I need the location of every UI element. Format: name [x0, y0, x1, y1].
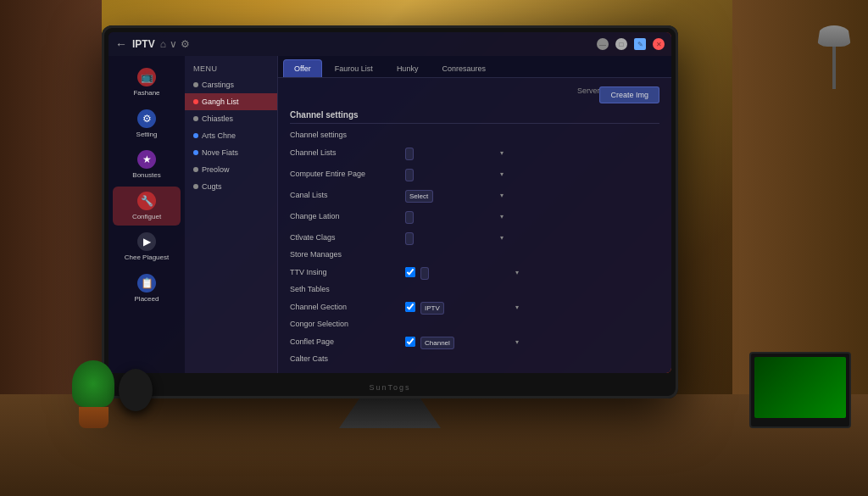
row-seth-tables: Seth Tables: [290, 285, 659, 293]
tab-faurou[interactable]: Faurou List: [324, 59, 384, 77]
inner-panel-header: Menu: [185, 61, 277, 76]
app-title: IPTV: [132, 38, 155, 50]
select-computer-entire[interactable]: [405, 169, 414, 181]
sidebar-label-fashane: Fashane: [133, 89, 159, 98]
sidebar-item-configuet[interactable]: 🔧 Configuet: [113, 187, 181, 226]
select-canal-lists[interactable]: Select: [405, 190, 433, 203]
label-conflet-page: Conflet Page: [290, 337, 400, 346]
content-area: Offer Faurou List Hunky Conresaures Serv…: [278, 56, 671, 373]
row-ttv-insing: TTV Insing: [290, 264, 659, 280]
tabs-bar: Offer Faurou List Hunky Conresaures: [278, 56, 671, 78]
sidebar-item-chee-plaguest[interactable]: ▶ Chee Plaguest: [113, 227, 181, 267]
row-change-lation: Change Lation: [290, 208, 659, 224]
select-wrapper-channel-lists: [405, 144, 507, 160]
inner-item-cugts[interactable]: Cugts: [185, 178, 277, 195]
setting-icon: ⚙: [137, 109, 156, 128]
app-window: ← IPTV ⌂ ∨ ⚙ — □ ✎ ✕ �: [108, 32, 671, 373]
nav-icon: ⌂: [160, 38, 166, 50]
sidebar: 📺 Fashane ⚙ Setting ★ Bonustes 🔧 Configu…: [108, 56, 185, 373]
label-seth-tables: Seth Tables: [290, 285, 400, 293]
label-canal-lists: Canal Lists: [290, 191, 400, 199]
label-channel-lists: Channel Lists: [290, 148, 400, 157]
dot-chiastles: [193, 116, 198, 121]
monitor-brand: SunTogs: [369, 383, 410, 392]
lamp-shade: [817, 25, 851, 47]
minimize-button[interactable]: —: [597, 38, 609, 50]
inner-item-carstings[interactable]: Carstings: [185, 76, 277, 93]
select-channel-gection[interactable]: IPTV: [420, 302, 444, 315]
sidebar-item-placeed[interactable]: 📋 Placeed: [113, 269, 181, 309]
label-change-lation: Change Lation: [290, 212, 400, 220]
fashane-icon: 📺: [137, 68, 156, 86]
checkbox-channel-gection[interactable]: [405, 302, 415, 312]
checkbox-ttv-insing[interactable]: [405, 267, 415, 277]
inner-item-arts-chne[interactable]: Arts Chne: [185, 127, 277, 144]
select-ttv-insing[interactable]: [420, 267, 429, 280]
select-change-lation[interactable]: [405, 211, 414, 224]
sidebar-item-fashane[interactable]: 📺 Fashane: [113, 63, 181, 103]
dot-cugts: [193, 184, 198, 189]
label-chiastles: Chiastles: [202, 114, 233, 123]
save-section: Server Create Img: [290, 86, 659, 103]
dot-gangh: [193, 99, 198, 104]
monitor-screen: ← IPTV ⌂ ∨ ⚙ — □ ✎ ✕ �: [108, 32, 671, 373]
label-gangh: Gangh List: [202, 98, 239, 106]
settings-body: Server Create Img Channel settings Chann…: [278, 78, 671, 373]
select-wrapper-change-lation: [405, 208, 507, 224]
row-channel-settings: Channel settings: [290, 131, 659, 139]
label-ctlvate-clags: Ctlvate Clags: [290, 233, 400, 242]
label-channel-gection: Channel Gection: [290, 303, 400, 311]
secondary-monitor: [749, 352, 851, 428]
tab-hunky[interactable]: Hunky: [386, 59, 430, 77]
maximize-button[interactable]: □: [615, 38, 627, 50]
row-conflet-page: Conflet Page Channel: [290, 333, 659, 349]
monitor-frame: ← IPTV ⌂ ∨ ⚙ — □ ✎ ✕ �: [102, 25, 678, 398]
label-calter-cats: Calter Cats: [290, 354, 400, 363]
inner-item-gangh-list[interactable]: Gangh List: [185, 93, 277, 110]
row-channel-lists: Channel Lists: [290, 144, 659, 160]
title-bar-icons: ⌂ ∨ ⚙: [160, 38, 190, 50]
sidebar-label-placeed: Placeed: [135, 295, 159, 304]
label-channel-settings: Channel settings: [290, 131, 400, 139]
tab-offer[interactable]: Offer: [283, 59, 322, 77]
select-wrapper-computer-entire: [405, 165, 507, 181]
row-store-manages: Store Manages: [290, 250, 659, 259]
sidebar-item-bonustes[interactable]: ★ Bonustes: [113, 145, 181, 185]
label-preolow: Preolow: [202, 165, 230, 174]
select-wrapper-ttv-insing: [420, 264, 522, 280]
inner-item-chiastles[interactable]: Chiastles: [185, 110, 277, 127]
dot-preolow: [193, 167, 198, 172]
inner-item-preolow[interactable]: Preolow: [185, 161, 277, 178]
checkbox-conflet-page[interactable]: [405, 337, 415, 347]
section-title: Channel settings: [290, 110, 659, 124]
save-button[interactable]: Create Img: [599, 86, 659, 103]
sidebar-label-chee: Chee Plaguest: [125, 254, 169, 262]
chee-icon: ▶: [137, 232, 156, 251]
down-icon: ∨: [170, 38, 177, 50]
select-wrapper-ctlvate-clags: [405, 229, 507, 245]
status-label: Server: [577, 86, 600, 103]
configuet-icon: 🔧: [137, 192, 156, 210]
label-computer-entire: Computer Entire Page: [290, 170, 400, 178]
tab-conresaures[interactable]: Conresaures: [431, 59, 497, 77]
select-ctlvate-clags[interactable]: [405, 232, 414, 245]
secondary-monitor-screen: [754, 357, 846, 418]
select-conflet-page[interactable]: Channel: [420, 337, 454, 349]
dot-carstings: [193, 82, 198, 87]
lamp-arm: [832, 47, 836, 89]
close-button[interactable]: ✕: [653, 38, 665, 50]
settings-icon: ⚙: [181, 38, 190, 50]
sidebar-item-setting[interactable]: ⚙ Setting: [113, 104, 181, 144]
select-channel-lists[interactable]: [405, 148, 414, 160]
back-button[interactable]: ←: [115, 37, 127, 51]
label-cugts: Cugts: [202, 182, 222, 191]
row-ctlvate-clags: Ctlvate Clags: [290, 229, 659, 245]
plant: [72, 360, 114, 428]
inner-item-nove-fiats[interactable]: Nove Fiats: [185, 144, 277, 161]
row-channel-gection: Channel Gection IPTV: [290, 298, 659, 315]
row-calter-cats: Calter Cats: [290, 354, 659, 363]
speaker: [119, 369, 153, 411]
label-carstings: Carstings: [202, 81, 234, 89]
sidebar-label-setting: Setting: [136, 131, 158, 139]
edit-button[interactable]: ✎: [634, 38, 646, 50]
